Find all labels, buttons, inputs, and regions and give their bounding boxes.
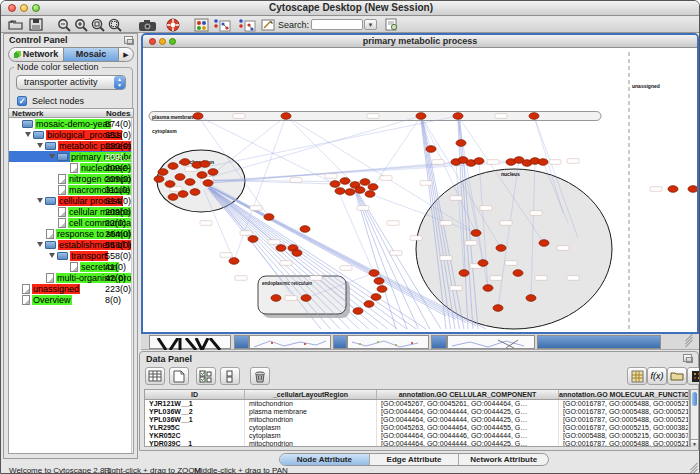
network-node[interactable] — [496, 245, 506, 252]
unselect-attributes-icon[interactable] — [220, 367, 240, 385]
tree-row[interactable]: establishment of lo558(0) — [9, 239, 133, 250]
table-cell[interactable]: mitochondrion — [245, 416, 377, 424]
delete-attribute-icon[interactable] — [250, 367, 270, 385]
dropdown-stepper-icon[interactable]: ▲▼ — [114, 76, 125, 89]
node-color-dropdown[interactable]: transporter activity — [16, 75, 126, 90]
matrix-icon[interactable] — [627, 367, 647, 385]
network-node[interactable] — [369, 270, 379, 277]
table-row[interactable]: YPL036W__1mitochondrion[GO:0044464, GO:0… — [145, 416, 689, 424]
table-cell[interactable]: [GO:0016787, GO:0005215, GO:0003824, G… — [559, 424, 689, 432]
network-node[interactable] — [474, 158, 484, 165]
tree-row[interactable]: biological_process651(0) — [9, 129, 133, 140]
background-window-thumbnail[interactable] — [347, 335, 429, 349]
snapshot-camera-icon[interactable] — [138, 18, 156, 31]
tree-column-network[interactable]: Network — [12, 109, 44, 118]
expand-triangle-icon[interactable] — [25, 132, 31, 137]
table-cell[interactable]: cytoplasm — [245, 424, 377, 432]
help-lifesaver-icon[interactable] — [166, 18, 184, 31]
column-header-region[interactable]: _cellularLayoutRegion — [245, 390, 377, 399]
network-node[interactable] — [355, 187, 365, 194]
network-canvas[interactable]: unassigned plasma membrane cytoplasm mit… — [143, 48, 697, 332]
tree-row[interactable]: macromolecule311(0) — [9, 184, 133, 195]
table-cell[interactable]: [GO:0044464, GO:0044444, GO:0044425, G… — [377, 440, 559, 447]
network-node[interactable] — [208, 169, 218, 176]
network-node[interactable] — [513, 270, 523, 277]
attribute-table-icon[interactable] — [145, 367, 165, 385]
expand-triangle-icon[interactable] — [37, 143, 43, 148]
table-cell[interactable]: [GO:0016787, GO:0005488, GO:0005215, G… — [559, 416, 689, 424]
tree-row[interactable]: unassigned223(0) — [9, 283, 133, 294]
tab-network-attribute-browser[interactable]: Network Attribute Browser — [459, 454, 548, 465]
network-node[interactable] — [300, 226, 310, 233]
table-cell[interactable]: [GO:0044464, GO:0044444, GO:0044425, G… — [377, 408, 559, 416]
column-header-molecular-function[interactable]: annotation.GO MOLECULAR_FUNCTION — [559, 390, 689, 399]
table-cell[interactable]: YJR121W__1 — [145, 400, 245, 408]
annotation-icon[interactable] — [261, 18, 279, 31]
tab-edge-attribute-browser[interactable]: Edge Attribute Browser — [369, 454, 460, 465]
table-row[interactable]: YLR295Ccytoplasm[GO:0045263, GO:0044464,… — [145, 424, 689, 432]
new-attribute-icon[interactable] — [169, 367, 189, 385]
network-node[interactable] — [668, 186, 678, 193]
network-node[interactable] — [478, 260, 488, 267]
column-header-cellular-component[interactable]: annotation.GO CELLULAR_COMPONENT — [377, 390, 559, 399]
tree-row[interactable]: mosaic-demo-yeast874(0) — [9, 118, 133, 129]
table-cell[interactable]: YPL036W__2 — [145, 408, 245, 416]
layout-a-icon[interactable] — [213, 18, 231, 31]
network-node[interactable] — [193, 113, 203, 120]
background-window-thumbnail[interactable] — [249, 335, 331, 349]
network-node[interactable] — [185, 179, 195, 186]
network-node[interactable] — [538, 159, 548, 166]
network-node[interactable] — [377, 286, 387, 293]
tree-row[interactable]: metabolic process280(0) — [9, 140, 133, 151]
tree-row[interactable]: secretion41(0) — [9, 261, 133, 272]
table-row[interactable]: YDR039C__1mitochondrion[GO:0044464, GO:0… — [145, 440, 689, 447]
save-icon[interactable] — [29, 18, 47, 31]
network-node[interactable] — [248, 236, 258, 243]
background-window-overview[interactable] — [149, 335, 231, 349]
tab-node-attribute-browser[interactable]: Node Attribute Browser — [280, 454, 369, 465]
network-node[interactable] — [529, 113, 539, 120]
background-window-titlebar[interactable] — [431, 335, 447, 349]
attribute-table[interactable]: ID _cellularLayoutRegion annotation.GO C… — [144, 389, 690, 447]
network-node[interactable] — [168, 163, 178, 170]
tree-row[interactable]: response to stimulu264(0) — [9, 228, 133, 239]
table-cell[interactable]: YDR039C__1 — [145, 440, 245, 447]
table-cell[interactable]: YKR052C — [145, 432, 245, 440]
network-node[interactable] — [276, 245, 286, 252]
select-nodes-checkbox[interactable]: ✓ — [17, 96, 27, 106]
network-node[interactable] — [426, 146, 436, 153]
open-icon[interactable] — [8, 18, 26, 31]
vizmapper-icon[interactable] — [194, 18, 212, 31]
table-cell[interactable]: [GO:0045267, GO:0045261, GO:0044464, G… — [377, 400, 559, 408]
network-node[interactable] — [168, 194, 178, 201]
network-node[interactable] — [271, 295, 281, 302]
network-node[interactable] — [368, 184, 378, 191]
search-dropdown-arrow[interactable]: ▼ — [364, 19, 377, 30]
network-node[interactable] — [340, 178, 350, 185]
network-node[interactable] — [364, 301, 374, 308]
table-cell[interactable]: [GO:0016787, GO:0005488, GO:0005215, G… — [559, 400, 689, 408]
tree-row[interactable]: cellular process614(0) — [9, 195, 133, 206]
tree-row-label[interactable]: transport — [70, 251, 108, 261]
network-node[interactable] — [371, 294, 381, 301]
tree-row-label[interactable]: Overview — [32, 295, 72, 305]
zoom-in-icon[interactable] — [74, 18, 92, 31]
table-cell[interactable]: mitochondrion — [245, 400, 377, 408]
table-cell[interactable]: [GO:0044464, GO:0044446, GO:0044444, G… — [377, 432, 559, 440]
expand-triangle-icon[interactable] — [37, 242, 43, 247]
table-cell[interactable]: [GO:0044464, GO:0044444, GO:0044425, G… — [377, 416, 559, 424]
network-node[interactable] — [456, 140, 466, 147]
network-node[interactable] — [180, 159, 190, 166]
tree-row-label[interactable]: unassigned — [32, 284, 80, 294]
float-panel-icon[interactable] — [124, 36, 133, 44]
network-node[interactable] — [526, 295, 536, 302]
network-node[interactable] — [154, 176, 164, 183]
zoom-out-icon[interactable] — [57, 18, 75, 31]
tree-row[interactable]: primary metabo209(… — [9, 151, 133, 162]
scroll-down-arrow[interactable]: ▼ — [691, 439, 698, 447]
network-node[interactable] — [330, 181, 340, 188]
layout-b-icon[interactable] — [238, 18, 256, 31]
table-cell[interactable]: cytoplasm — [245, 432, 377, 440]
network-node[interactable] — [197, 172, 207, 179]
search-input[interactable] — [311, 19, 363, 30]
